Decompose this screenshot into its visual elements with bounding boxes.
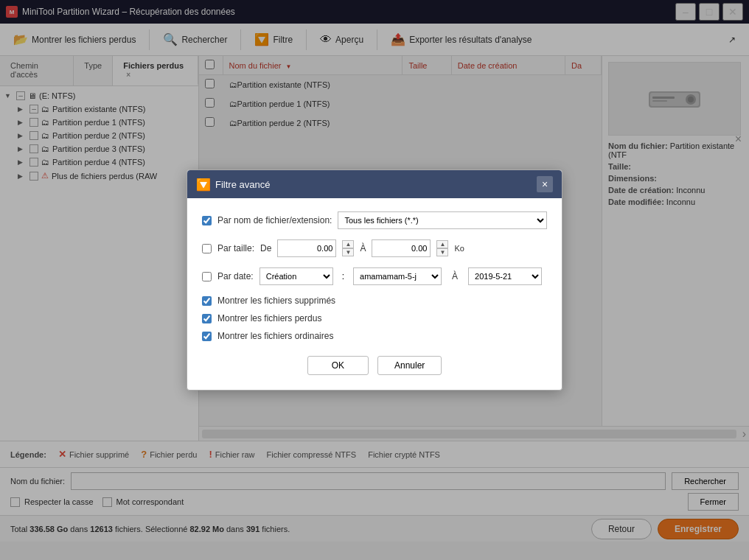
size-to-spinner: ▲ ▼ (436, 240, 448, 256)
modal-title: Filtre avancé (215, 179, 270, 190)
filter-size-label: Par taille: (217, 243, 254, 253)
modal-body: Par nom de fichier/extension: Tous les f… (187, 198, 562, 390)
filter-date-label: Par date: (217, 271, 254, 281)
size-from-input[interactable] (277, 239, 336, 257)
show-deleted-row: Montrer les fichiers supprimés (202, 295, 547, 306)
modal-overlay: 🔽 Filtre avancé × Par nom de fichier/ext… (0, 0, 749, 560)
size-unit: Ko (454, 244, 464, 253)
modal-close-button[interactable]: × (537, 176, 553, 192)
date-type-select[interactable]: Création (259, 267, 333, 285)
modal-ok-button[interactable]: OK (307, 356, 369, 375)
date-to-label: À (452, 271, 458, 281)
modal-filter-icon: 🔽 (196, 178, 211, 192)
filter-size-checkbox[interactable] (202, 244, 212, 253)
show-deleted-label: Montrer les fichiers supprimés (217, 295, 335, 306)
date-colon: : (342, 271, 344, 281)
show-deleted-checkbox[interactable] (202, 296, 212, 306)
show-normal-row: Montrer les fichiers ordinaires (202, 331, 547, 341)
size-to-input[interactable] (372, 239, 431, 257)
filter-name-label: Par nom de fichier/extension: (217, 215, 332, 225)
modal-titlebar: 🔽 Filtre avancé × (187, 170, 562, 198)
to-label: À (360, 243, 366, 253)
size-from-spinner: ▲ ▼ (342, 240, 354, 256)
filter-date-checkbox[interactable] (202, 272, 212, 281)
size-from-up[interactable]: ▲ (342, 240, 354, 248)
show-normal-checkbox[interactable] (202, 332, 212, 341)
filter-name-row: Par nom de fichier/extension: Tous les f… (202, 211, 547, 229)
filter-size-row: Par taille: De ▲ ▼ À ▲ ▼ Ko (202, 239, 547, 257)
modal-cancel-button[interactable]: Annuler (377, 356, 442, 375)
show-lost-label: Montrer les fichiers perdus (217, 313, 321, 323)
modal-title-area: 🔽 Filtre avancé (196, 178, 270, 192)
date-from-select[interactable]: amamamam-5-j (353, 267, 442, 285)
filter-date-row: Par date: Création : amamamam-5-j À 2019… (202, 267, 547, 285)
size-to-up[interactable]: ▲ (436, 240, 448, 248)
size-from-down[interactable]: ▼ (342, 248, 354, 256)
show-normal-label: Montrer les fichiers ordinaires (217, 331, 333, 341)
from-label: De (260, 243, 271, 253)
date-to-select[interactable]: 2019-5-21 (468, 267, 542, 285)
show-lost-checkbox[interactable] (202, 314, 212, 323)
modal-footer: OK Annuler (202, 349, 547, 379)
filter-name-checkbox[interactable] (202, 216, 212, 225)
filter-name-select[interactable]: Tous les fichiers (*.*) (338, 211, 547, 229)
show-lost-row: Montrer les fichiers perdus (202, 313, 547, 323)
size-to-down[interactable]: ▼ (436, 248, 448, 256)
filter-modal: 🔽 Filtre avancé × Par nom de fichier/ext… (187, 169, 562, 391)
